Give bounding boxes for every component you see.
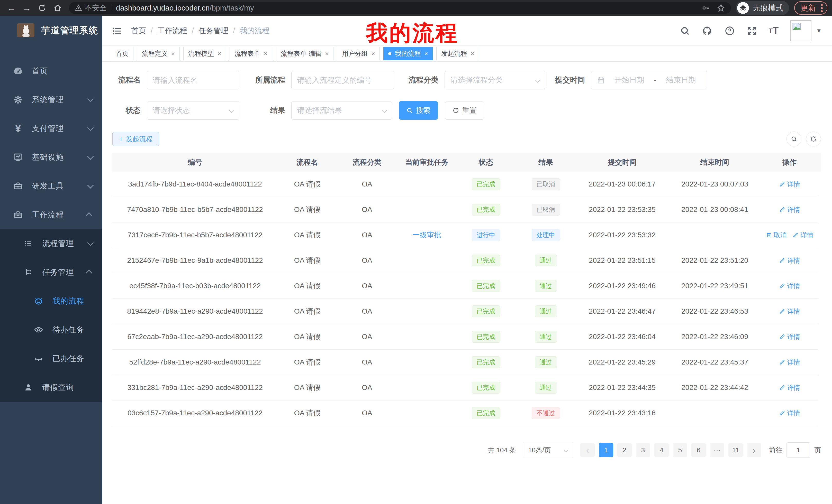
sidebar-item-todo-tasks[interactable]: 待办任务 bbox=[0, 315, 102, 344]
toolbox-icon bbox=[12, 210, 24, 220]
action-detail-link[interactable]: 详情 bbox=[779, 333, 800, 341]
sidebar-item-task-mgmt[interactable]: 任务管理 bbox=[0, 258, 102, 287]
sidebar-item-system[interactable]: 系统管理 bbox=[0, 85, 102, 114]
close-icon[interactable]: × bbox=[470, 51, 474, 57]
breadcrumb-task-mgmt[interactable]: 任务管理 bbox=[199, 26, 228, 36]
sidebar-toggle-icon[interactable] bbox=[111, 25, 122, 36]
reload-icon[interactable] bbox=[35, 2, 49, 14]
tab-process-definition[interactable]: 流程定义× bbox=[137, 47, 180, 60]
date-range-picker[interactable]: 开始日期 - 结束日期 bbox=[591, 71, 707, 89]
pager: ‹ 123456···11 › bbox=[580, 443, 761, 457]
close-icon[interactable]: × bbox=[325, 51, 329, 57]
page-button-1[interactable]: 1 bbox=[599, 443, 613, 457]
back-icon[interactable]: ← bbox=[5, 2, 18, 14]
action-detail-link[interactable]: 详情 bbox=[779, 282, 800, 290]
breadcrumb: 首页 / 工作流程 / 任务管理 / 我的流程 bbox=[131, 26, 269, 36]
category-select[interactable]: 请选择流程分类 bbox=[445, 71, 545, 89]
browser-menu-icon[interactable] bbox=[821, 4, 823, 12]
next-page-button[interactable]: › bbox=[747, 443, 761, 457]
active-dot bbox=[388, 52, 391, 55]
home-icon[interactable] bbox=[51, 2, 64, 14]
sidebar-item-done-tasks[interactable]: 已办任务 bbox=[0, 344, 102, 373]
sidebar-item-process-mgmt[interactable]: 流程管理 bbox=[0, 229, 102, 258]
goto-page-input[interactable] bbox=[786, 442, 810, 458]
page-button-4[interactable]: 4 bbox=[654, 443, 669, 457]
close-icon[interactable]: × bbox=[171, 51, 175, 57]
sidebar-item-leave-query[interactable]: 请假查询 bbox=[0, 373, 102, 402]
result-tag: 处理中 bbox=[532, 229, 560, 241]
sidebar-item-home[interactable]: 首页 bbox=[0, 57, 102, 85]
close-icon[interactable]: × bbox=[264, 51, 267, 57]
font-size-icon[interactable]: TT bbox=[769, 25, 779, 36]
action-detail-link[interactable]: 详情 bbox=[779, 180, 800, 189]
cell-actions: 取消详情 bbox=[761, 222, 818, 248]
cell-category: OA bbox=[337, 349, 397, 375]
page-button-2[interactable]: 2 bbox=[617, 443, 632, 457]
action-detail-link[interactable]: 详情 bbox=[779, 307, 800, 316]
breadcrumb-workflow[interactable]: 工作流程 bbox=[157, 26, 187, 36]
tab-home[interactable]: 首页 bbox=[111, 47, 133, 60]
bookmark-star-icon[interactable] bbox=[717, 4, 725, 12]
cell-category: OA bbox=[337, 172, 397, 197]
password-key-icon[interactable] bbox=[702, 4, 710, 12]
status-select[interactable]: 请选择状态 bbox=[147, 101, 239, 120]
page-button-6[interactable]: 6 bbox=[691, 443, 706, 457]
user-menu[interactable]: ▼ bbox=[790, 20, 822, 41]
github-icon[interactable] bbox=[702, 25, 713, 36]
tab-start-process[interactable]: 发起流程× bbox=[436, 47, 479, 60]
refresh-table-icon[interactable] bbox=[806, 132, 821, 146]
action-detail-link[interactable]: 详情 bbox=[779, 384, 800, 392]
search-icon[interactable] bbox=[680, 26, 690, 36]
result-select[interactable]: 请选择流结果 bbox=[291, 101, 392, 120]
close-icon[interactable]: × bbox=[371, 51, 375, 57]
search-button[interactable]: 搜索 bbox=[399, 101, 438, 120]
tab-process-form[interactable]: 流程表单× bbox=[230, 47, 272, 60]
cell-actions: 详情 bbox=[761, 248, 818, 273]
create-process-button[interactable]: + 发起流程 bbox=[112, 132, 159, 146]
reset-button[interactable]: 重置 bbox=[445, 101, 484, 120]
process-definition-input[interactable] bbox=[291, 71, 394, 89]
cell-process-name: OA 请假 bbox=[278, 349, 337, 375]
update-button[interactable]: 更新 bbox=[794, 1, 827, 15]
tab-user-group[interactable]: 用户分组× bbox=[337, 47, 380, 60]
action-cancel-link[interactable]: 取消 bbox=[766, 231, 787, 240]
page-button-5[interactable]: 5 bbox=[673, 443, 687, 457]
close-icon[interactable]: × bbox=[424, 51, 428, 57]
show-search-icon[interactable] bbox=[786, 132, 801, 146]
help-icon[interactable] bbox=[725, 26, 735, 36]
action-detail-link[interactable]: 详情 bbox=[779, 205, 800, 214]
sidebar-item-infra[interactable]: 基础设施 bbox=[0, 143, 102, 172]
filter-row-2: 状态 请选择状态 结果 请选择流结果 搜索 重置 bbox=[112, 101, 821, 120]
process-table: 编号 流程名 流程分类 当前审批任务 状态 结果 提交时间 结束时间 操作 3a… bbox=[112, 153, 821, 426]
sidebar-item-my-process[interactable]: 我的流程 bbox=[0, 287, 102, 315]
cell-status: 已完成 bbox=[457, 324, 516, 349]
current-task-link[interactable]: 一级审批 bbox=[412, 230, 441, 240]
edit-icon bbox=[779, 257, 785, 263]
avatar[interactable] bbox=[790, 20, 811, 41]
sidebar-item-workflow[interactable]: 工作流程 bbox=[0, 200, 102, 229]
sidebar-item-devtools[interactable]: 研发工具 bbox=[0, 172, 102, 200]
pager-ellipsis[interactable]: ··· bbox=[710, 443, 724, 457]
prev-page-button[interactable]: ‹ bbox=[580, 443, 595, 457]
cell-end-time: 2022-01-22 23:49:51 bbox=[669, 273, 761, 299]
sidebar-item-payment[interactable]: ¥ 支付管理 bbox=[0, 114, 102, 143]
tab-process-form-edit[interactable]: 流程表单-编辑× bbox=[276, 47, 334, 60]
action-detail-link[interactable]: 详情 bbox=[779, 256, 800, 265]
forward-icon[interactable]: → bbox=[20, 2, 33, 14]
cell-status: 已完成 bbox=[457, 349, 516, 375]
url-bar[interactable]: 不安全 dashboard.yudao.iocoder.cn/bpm/task/… bbox=[69, 2, 731, 14]
cell-end-time: 2022-01-22 23:44:42 bbox=[669, 375, 761, 400]
action-detail-link[interactable]: 详情 bbox=[779, 409, 800, 417]
tab-my-process[interactable]: 我的流程× bbox=[383, 47, 433, 60]
action-detail-link[interactable]: 详情 bbox=[779, 358, 800, 367]
action-detail-link[interactable]: 详情 bbox=[792, 231, 813, 240]
edit-icon bbox=[779, 410, 785, 416]
fullscreen-icon[interactable] bbox=[747, 26, 757, 36]
page-button-3[interactable]: 3 bbox=[636, 443, 650, 457]
close-icon[interactable]: × bbox=[217, 51, 221, 57]
page-button-11[interactable]: 11 bbox=[728, 443, 743, 457]
breadcrumb-home[interactable]: 首页 bbox=[131, 26, 146, 36]
tab-process-model[interactable]: 流程模型× bbox=[183, 47, 226, 60]
page-size-select[interactable]: 10条/页 bbox=[523, 442, 573, 458]
process-name-input[interactable] bbox=[147, 71, 239, 89]
